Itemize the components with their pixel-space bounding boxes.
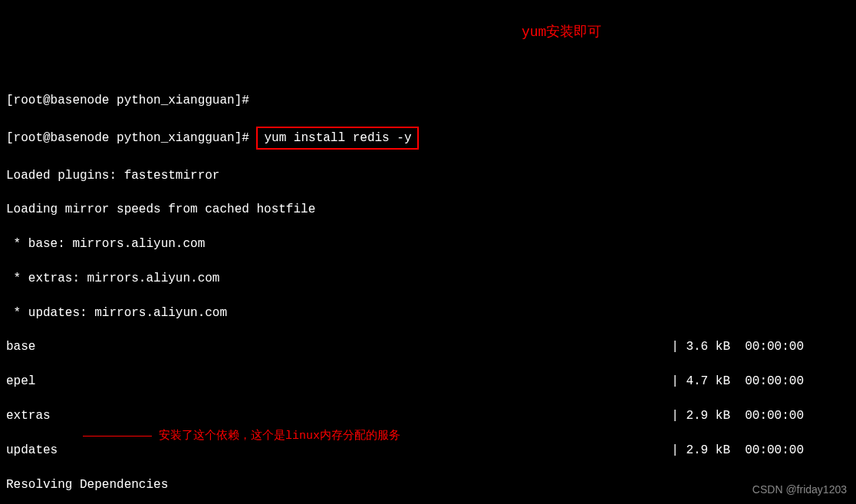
watermark: CSDN @friday1203 [752,483,847,498]
command-highlight: yum install redis -y [256,127,419,150]
repo-status: | 2.9 kB 00:00:00 [671,407,804,424]
output-line: Loading mirror speeds from cached hostfi… [6,201,850,218]
output-line: * extras: mirrors.aliyun.com [6,270,850,287]
prompt-line: [root@basenode python_xiangguan]# [6,92,850,109]
output-line: Resolving Dependencies [6,476,850,493]
output-line: Loaded plugins: fastestmirror [6,167,850,184]
annotation-yum: yum安装即可 [522,23,601,42]
repo-name: base [6,338,35,355]
repo-status: | 3.6 kB 00:00:00 [671,338,804,355]
repo-name: epel [6,373,35,390]
output-line: * base: mirrors.aliyun.com [6,236,850,252]
repo-status: | 4.7 kB 00:00:00 [671,373,804,390]
repo-name: updates [6,442,58,459]
repo-row: base| 3.6 kB 00:00:00 [6,338,804,355]
annotation-dep: 安装了这个依赖，这个是linux内存分配的服务 [83,428,400,444]
repo-name: extras [6,407,51,424]
repo-row: epel| 4.7 kB 00:00:00 [6,373,804,390]
repo-row: extras| 2.9 kB 00:00:00 [6,407,804,424]
prompt: [root@basenode python_xiangguan]# [6,131,256,145]
output-line: * updates: mirrors.aliyun.com [6,305,850,321]
repo-status: | 2.9 kB 00:00:00 [671,442,804,459]
command-line: [root@basenode python_xiangguan]# yum in… [6,127,850,150]
repo-row: updates| 2.9 kB 00:00:00 [6,442,804,459]
